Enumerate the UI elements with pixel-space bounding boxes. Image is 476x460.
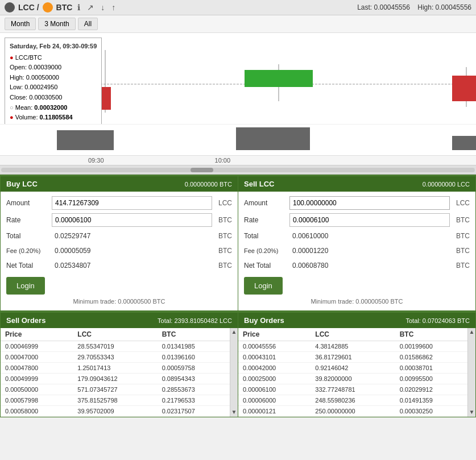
buy-rate-unit: BTC — [212, 216, 232, 224]
buy-amount-label: Amount — [6, 199, 52, 207]
sell-amount-row: Amount LCC — [244, 196, 470, 210]
buy-net-total-value: 0.02534807 — [52, 260, 212, 271]
candlestick-area[interactable]: Saturday, Feb 24, 09:30-09:59 ● LCC/BTC … — [0, 33, 476, 124]
chart-toolbar: Month 3 Month All — [0, 15, 476, 33]
table-row[interactable]: 0.0004700029.705533430.01396160 — [1, 352, 230, 363]
buy-panel-header: Buy LCC 0.00000000 BTC — [1, 176, 238, 192]
buy-panel: Buy LCC 0.00000000 BTC Amount LCC Rate B… — [0, 176, 238, 311]
buy-price: 0.00006100 — [238, 384, 311, 395]
table-row[interactable]: 0.00050000571.073457270.28553673 — [1, 384, 230, 395]
table-row[interactable]: 0.000478001.250174130.00059758 — [1, 363, 230, 374]
buy-price: 0.00043101 — [238, 352, 311, 363]
table-row[interactable]: 0.0002500039.820000000.00995500 — [238, 374, 467, 384]
buy-panel-balance: 0.00000000 BTC — [185, 181, 232, 188]
sell-total-unit: BTC — [450, 232, 470, 240]
tooltip-high: High: 0.00050000 — [10, 73, 97, 83]
buy-orders-total: Total: 0.07024063 BTC — [405, 317, 470, 324]
buy-scroll-down-icon[interactable]: ▼ — [468, 408, 475, 416]
buy-fee-label: Fee (0.20%) — [6, 247, 52, 254]
table-row[interactable]: 0.0005800039.957020090.02317507 — [1, 406, 230, 417]
volume-svg — [0, 125, 476, 156]
buy-total-row: Total 0.02529747 BTC — [6, 230, 232, 242]
table-row[interactable]: 0.00006000248.559802360.01491359 — [238, 395, 467, 406]
orders-row: Sell Orders Total: 2393.81050482 LCC Pri… — [0, 311, 476, 417]
sell-orders-scrollbar[interactable]: ▲ ▼ — [230, 328, 238, 417]
tooltip-low: Low: 0.00024950 — [10, 82, 97, 93]
sell-min-trade: Minimum trade: 0.00000500 BTC — [244, 296, 470, 306]
sell-rate-row: Rate BTC — [244, 213, 470, 227]
buy-total-label: Total — [6, 232, 52, 240]
table-row[interactable]: 0.00000121250.000000000.00030250 — [238, 406, 467, 417]
buy-rate-input[interactable] — [52, 213, 212, 227]
table-row[interactable]: 0.000455564.381428850.00199600 — [238, 341, 467, 352]
tooltip-open: Open: 0.00039000 — [10, 63, 97, 73]
sell-price: 0.00049999 — [1, 374, 73, 384]
scrollbar-thumb[interactable] — [191, 168, 213, 172]
sell-fee-unit: BTC — [450, 247, 470, 255]
sell-panel-balance: 0.00000000 LCC — [423, 181, 470, 188]
buy-rate-row: Rate BTC — [6, 213, 232, 227]
svg-rect-6 — [452, 76, 476, 101]
pair-label: LCC / — [18, 3, 39, 12]
header-bar: LCC / BTC ℹ ↗ ↓ ↑ Last: 0.00045556 High:… — [0, 0, 476, 15]
tooltip-volume: ● Volume: 0.11805584 — [10, 113, 97, 123]
buy-btc: 0.00995500 — [395, 374, 467, 384]
sell-price: 0.00047000 — [1, 352, 73, 363]
all-button[interactable]: All — [78, 18, 98, 30]
buy-orders-title: Buy Orders — [244, 316, 284, 325]
tooltip-mean: ○ Mean: 0.00032000 — [10, 103, 97, 113]
table-row[interactable]: 0.0004699928.553470190.01341985 — [1, 341, 230, 352]
sell-price: 0.00050000 — [1, 384, 73, 395]
scroll-up-icon[interactable]: ▲ — [230, 328, 238, 335]
sell-btc: 0.01341985 — [158, 341, 230, 352]
buy-btc: 0.02029912 — [395, 384, 467, 395]
buy-orders-scrollbar[interactable]: ▲ ▼ — [467, 328, 475, 417]
buy-amount-input[interactable] — [52, 196, 212, 210]
buy-price: 0.00025000 — [238, 374, 311, 384]
scroll-down-icon[interactable]: ▼ — [230, 408, 238, 416]
buy-login-button[interactable]: Login — [6, 277, 45, 295]
sell-lcc: 28.55347019 — [73, 341, 157, 352]
sell-orders-header: Sell Orders Total: 2393.81050482 LCC — [1, 313, 238, 328]
table-row[interactable]: 0.00006100332.772487810.02029912 — [238, 384, 467, 395]
sell-fee-value: 0.00001220 — [289, 245, 450, 256]
three-month-button[interactable]: 3 Month — [38, 18, 75, 30]
sell-amount-input[interactable] — [289, 196, 450, 210]
scrollbar-track[interactable] — [1, 168, 475, 172]
upload-icon[interactable]: ↑ — [110, 2, 117, 13]
chart-scrollbar[interactable] — [0, 165, 476, 174]
sell-rate-label: Rate — [244, 216, 289, 224]
buy-btc: 0.00199600 — [395, 341, 467, 352]
buy-amount-row: Amount LCC — [6, 196, 232, 210]
sell-price: 0.00047800 — [1, 363, 73, 374]
table-row[interactable]: 0.0004310136.817296010.01586862 — [238, 352, 467, 363]
download-icon[interactable]: ↓ — [99, 2, 106, 13]
table-row[interactable]: 0.00057998375.815257980.21796533 — [1, 395, 230, 406]
buy-btc: 0.00038701 — [395, 363, 467, 374]
tooltip-title: Saturday, Feb 24, 09:30-09:59 — [10, 42, 97, 52]
table-row[interactable]: 0.00049999179.090436120.08954343 — [1, 374, 230, 384]
sell-orders-table-wrap: Price LCC BTC 0.0004699928.553470190.013… — [1, 328, 230, 417]
buy-scroll-up-icon[interactable]: ▲ — [468, 328, 475, 335]
pair-label-btc: BTC — [56, 3, 73, 12]
sell-lcc: 29.70553343 — [73, 352, 157, 363]
time-label-930: 09:30 — [88, 157, 104, 164]
table-row[interactable]: 0.000420000.921460420.00038701 — [238, 363, 467, 374]
sell-rate-input[interactable] — [289, 213, 450, 227]
month-button[interactable]: Month — [5, 18, 36, 30]
info-icon[interactable]: ℹ — [76, 2, 82, 13]
sell-orders-body: Price LCC BTC 0.0004699928.553470190.013… — [1, 328, 238, 417]
sell-login-button[interactable]: Login — [244, 277, 283, 295]
btc-icon — [43, 2, 53, 13]
sell-btc: 0.28553673 — [158, 384, 230, 395]
sell-rate-unit: BTC — [450, 216, 470, 224]
external-link-icon[interactable]: ↗ — [85, 2, 96, 13]
sell-lcc: 571.07345727 — [73, 384, 157, 395]
buy-orders-header: Buy Orders Total: 0.07024063 BTC — [238, 313, 475, 328]
sell-price: 0.00057998 — [1, 395, 73, 406]
buy-btc: 0.00030250 — [395, 406, 467, 417]
chart-container: Month 3 Month All Saturday, Feb 24, 09:3… — [0, 15, 476, 175]
header-right: Last: 0.00045556 High: 0.00045556 — [357, 3, 471, 11]
buy-btc: 0.01491359 — [395, 395, 467, 406]
sell-btc: 0.02317507 — [158, 406, 230, 417]
